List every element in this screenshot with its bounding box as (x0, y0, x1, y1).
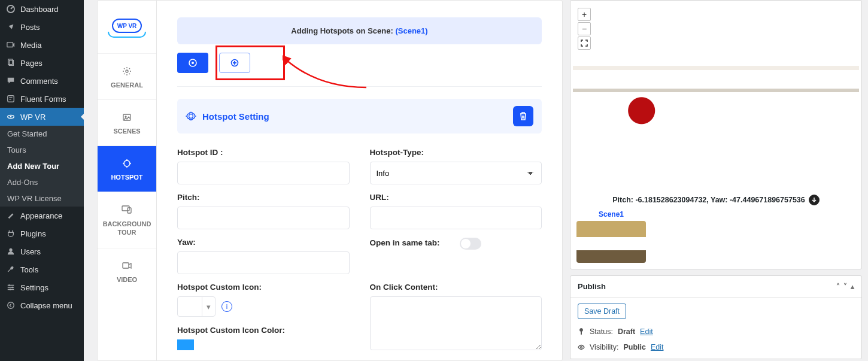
right-rail: + − Pitch: -6.181528623094732, Yaw: -47.… (563, 0, 868, 361)
tab-video-label: VIDEO (117, 276, 137, 283)
gear-icon (122, 66, 132, 77)
main-area: WP VR GENERAL SCENES HOTSPOT BACKGROUND … (84, 0, 868, 361)
input-hotspot-id[interactable] (177, 162, 350, 184)
tab-general[interactable]: GENERAL (98, 54, 156, 100)
menu-users-label: Users (20, 247, 41, 256)
separator (177, 86, 542, 87)
menu-settings-label: Settings (20, 283, 48, 292)
download-icon[interactable] (809, 195, 820, 205)
tour-editor: WP VR GENERAL SCENES HOTSPOT BACKGROUND … (84, 0, 563, 361)
tab-hotspot-label: HOTSPOT (111, 174, 142, 181)
input-url[interactable] (370, 207, 542, 229)
panel-down-button[interactable]: ˅ (843, 283, 847, 291)
plug-icon (6, 229, 16, 238)
menu-fluentforms[interactable]: Fluent Forms (0, 90, 84, 108)
panorama-preview[interactable]: + − (573, 3, 859, 189)
menu-appearance-label: Appearance (20, 211, 62, 220)
menu-comments[interactable]: Comments (0, 72, 84, 90)
callout-arrow-icon (283, 51, 384, 99)
textarea-on-click[interactable] (370, 296, 542, 350)
menu-collapse[interactable]: Collapse menu (0, 296, 84, 314)
menu-tools[interactable]: Tools (0, 260, 84, 278)
svg-point-20 (192, 62, 194, 64)
delete-hotspot-button[interactable] (513, 106, 533, 126)
submenu-addons[interactable]: Add-Ons (0, 174, 84, 190)
svg-point-15 (124, 160, 130, 166)
input-yaw[interactable] (177, 251, 350, 274)
hotspot-form: Hotspot ID : Hotspot-Type: Info Pitch: U… (177, 148, 542, 361)
menu-posts[interactable]: Posts (0, 18, 84, 36)
menu-posts-label: Posts (20, 23, 40, 32)
banner-prefix: Adding Hotspots on Scene: (291, 26, 395, 35)
color-swatch[interactable] (177, 339, 194, 350)
svg-point-10 (10, 289, 11, 290)
banner-scene-link[interactable]: (Scene1) (395, 26, 427, 35)
hotspot-tab-add[interactable] (219, 53, 250, 73)
toggle-open-same-tab[interactable] (460, 238, 481, 250)
status-label: Status: (590, 327, 613, 336)
submenu-tours[interactable]: Tours (0, 142, 84, 158)
svg-rect-18 (123, 263, 129, 268)
label-pitch: Pitch: (177, 193, 350, 202)
scene-thumbnail[interactable]: Scene1 (575, 210, 647, 263)
visibility-label: Visibility: (590, 343, 618, 351)
svg-point-11 (8, 302, 14, 309)
menu-tools-label: Tools (20, 265, 38, 274)
submenu-license[interactable]: WP VR License (0, 190, 84, 207)
menu-appearance[interactable]: Appearance (0, 207, 84, 225)
submenu-get-started[interactable]: Get Started (0, 126, 84, 142)
svg-point-7 (9, 248, 12, 251)
menu-users[interactable]: Users (0, 242, 84, 260)
save-draft-button[interactable]: Save Draft (578, 304, 626, 319)
pin-icon (578, 328, 585, 335)
panel-up-button[interactable]: ˄ (836, 283, 840, 291)
hotspot-tabs-row (177, 53, 542, 73)
select-hotspot-type[interactable]: Info (370, 162, 542, 184)
form-icon (6, 94, 16, 104)
fullscreen-button[interactable] (578, 37, 591, 50)
submenu-add-new-tour[interactable]: Add New Tour (0, 158, 84, 174)
hotspot-tab-current[interactable] (177, 53, 208, 73)
hotspot-panel: Adding Hotspots on Scene: (Scene1) (157, 0, 563, 361)
tab-scenes[interactable]: SCENES (98, 100, 156, 146)
publish-title: Publish (578, 282, 606, 291)
menu-pages[interactable]: Pages (0, 54, 84, 72)
wpvr-logo-badge: WP VR (112, 19, 142, 33)
publish-box: Publish ˄ ˅ ▴ Save Draft Status: Draft E… (570, 275, 862, 359)
collapse-icon (6, 301, 16, 310)
svg-point-22 (581, 347, 582, 348)
menu-wpvr[interactable]: WP VR (0, 108, 84, 126)
menu-media[interactable]: Media (0, 36, 84, 54)
menu-dashboard-label: Dashboard (20, 5, 59, 14)
tab-hotspot[interactable]: HOTSPOT (98, 146, 156, 192)
scene-thumbnail-label: Scene1 (599, 210, 624, 219)
menu-dashboard[interactable]: Dashboard (0, 0, 84, 18)
label-custom-icon: Hotspot Custom Icon: (177, 283, 350, 292)
trash-icon (518, 111, 528, 121)
visibility-edit-link[interactable]: Edit (651, 343, 664, 351)
input-pitch[interactable] (177, 207, 350, 229)
menu-plugins[interactable]: Plugins (0, 225, 84, 242)
dashboard-icon (6, 4, 16, 14)
menu-settings[interactable]: Settings (0, 278, 84, 296)
svg-point-8 (8, 284, 10, 286)
pitch-yaw-readout: Pitch: -6.181528623094732, Yaw: -47.4496… (573, 189, 859, 208)
dot-target-icon (188, 58, 198, 68)
tour-tabs: WP VR GENERAL SCENES HOTSPOT BACKGROUND … (97, 0, 157, 361)
menu-comments-label: Comments (20, 77, 58, 86)
vr-icon (6, 112, 16, 122)
panel-toggle-button[interactable]: ▴ (851, 283, 854, 291)
user-icon (6, 247, 16, 256)
info-icon[interactable]: i (221, 301, 232, 312)
zoom-out-button[interactable]: − (578, 22, 591, 35)
tab-video[interactable]: VIDEO (98, 248, 156, 294)
gear-icon (186, 111, 196, 122)
status-edit-link[interactable]: Edit (640, 327, 653, 336)
menu-media-label: Media (20, 41, 41, 50)
tab-background-tour[interactable]: BACKGROUND TOUR (98, 192, 156, 248)
menu-fluentforms-label: Fluent Forms (20, 95, 66, 104)
visibility-value: Public (623, 343, 646, 351)
wpvr-logo: WP VR (98, 1, 156, 54)
zoom-in-button[interactable]: + (578, 8, 591, 21)
dropdown-custom-icon[interactable]: ▾ (177, 296, 216, 317)
